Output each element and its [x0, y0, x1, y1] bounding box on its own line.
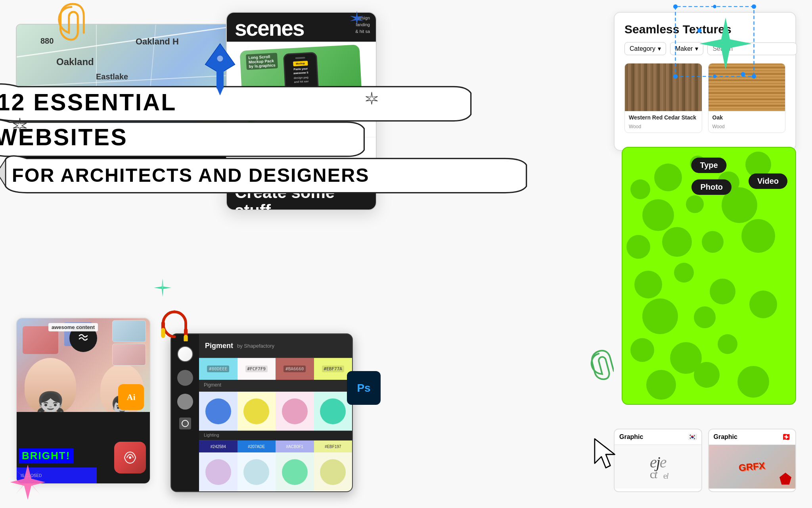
color-swatch-1[interactable]: #80DEEE [199, 358, 237, 380]
photoshop-icon: Ps [347, 371, 381, 405]
bright-label: BRIGHt! [19, 448, 73, 464]
graphic-label-ch: Graphic [714, 433, 737, 441]
category-dropdown[interactable]: Category ▾ [624, 42, 666, 55]
svg-rect-1 [216, 71, 224, 89]
filter-btn-browser[interactable]: Browser [233, 158, 274, 172]
svg-point-9 [713, 5, 716, 8]
color-swatch-4[interactable]: #EBF77A [314, 358, 352, 380]
flag-ch: 🇨🇭 [782, 433, 791, 441]
graphic-label-kr: Graphic [619, 433, 643, 441]
star-deco-small-left [12, 117, 28, 133]
pink-star-deco [4, 462, 52, 502]
color-hex-4[interactable]: #EBF197 [314, 441, 352, 452]
magnet-deco [161, 310, 188, 341]
circle-cell-8[interactable] [314, 452, 352, 491]
pigment-sidebar [171, 334, 199, 491]
graphic-cards-area: Graphic 🇰🇷 eje ct el Graphic 🇨🇭 GRFX [614, 429, 796, 492]
scenes-create-text: Create some stuff [235, 183, 368, 211]
svg-point-5 [673, 4, 678, 9]
content-icon [76, 331, 90, 345]
pigment-section-label: Pigment [199, 380, 352, 392]
color-hex-3[interactable]: #ACB0F1 [276, 441, 314, 452]
texture-oak-type: Wood [709, 124, 785, 133]
svg-point-11 [697, 29, 702, 33]
circle-cell-5[interactable] [199, 452, 237, 491]
svg-marker-2 [216, 87, 224, 96]
scenes-card: designlanding& hit sa scenes Mockup Past… [226, 12, 377, 210]
pigment-colors-top: #80DEEE #FCF7F9 #BA6660 #EBF77A [199, 358, 352, 380]
blob-tag-video: Video [749, 173, 787, 189]
svg-point-3 [217, 56, 223, 62]
scenes-header-text: scenes [235, 19, 368, 38]
ai-icon: Ai [118, 384, 144, 410]
graphic-card-kr[interactable]: Graphic 🇰🇷 eje ct el [614, 429, 702, 492]
color-swatch-2[interactable]: #FCF7F9 [237, 358, 276, 380]
pigment-circles-grid: Pigment Lighting #242584 #207ADE #ACB0F1… [199, 380, 352, 491]
texture-cedar-type: Wood [625, 124, 702, 133]
graphic-card-ch[interactable]: Graphic 🇨🇭 GRFX [708, 429, 797, 492]
corner-deco-top-right [673, 4, 760, 83]
color-hex-1[interactable]: #242584 [199, 441, 237, 452]
pigment-logo: Pigment [205, 342, 233, 350]
circle-cell-6[interactable] [237, 452, 276, 491]
map-label-880: 880 [40, 37, 54, 46]
blob-tag-type: Type [691, 158, 726, 173]
pen-tool-deco [202, 40, 238, 95]
pigment-logo-area: Pigment by Shapefactory [199, 334, 352, 358]
pigment-subtitle: by Shapefactory [237, 343, 274, 349]
svg-point-8 [752, 74, 756, 79]
flag-kr: 🇰🇷 [688, 433, 697, 441]
color-hex-2[interactable]: #207ADE [237, 441, 276, 452]
svg-point-13 [129, 456, 131, 459]
map-label-eas: Eas [29, 124, 44, 134]
color-swatch-3[interactable]: #BA6660 [276, 358, 314, 380]
green-sparkle-deco [153, 278, 172, 298]
circle-cell-4[interactable] [314, 392, 352, 431]
texture-cedar-name: Western Red Cedar Stack [625, 111, 702, 124]
paperclip-deco-top [56, 2, 87, 42]
circle-cell-7[interactable] [276, 452, 314, 491]
blobs-card: Type Photo Video [622, 147, 796, 405]
mosaic-card: 👧 👦 BRIGHt! IS CLOSED Ai [16, 318, 151, 484]
blob-tag-photo: Photo [691, 179, 732, 195]
star-deco-top-right [349, 10, 365, 26]
map-label-eastlake: Eastlake [96, 72, 128, 81]
circle-cell-2[interactable] [237, 392, 276, 431]
svg-point-6 [752, 4, 756, 9]
scenes-small-text: Your design will be wrapped... [272, 122, 330, 127]
circle-cell-3[interactable] [276, 392, 314, 431]
texture-oak-name: Oak [709, 111, 785, 124]
map-label-oakland: Oakland [56, 56, 94, 67]
map-label-oakland-h: Oakland H [136, 37, 179, 47]
paperclip-deco-bottom [590, 349, 614, 381]
pigment-card: Pigment by Shapefactory #80DEEE #FCF7F9 … [170, 333, 353, 492]
filter-btn-display[interactable]: Display XDR [306, 141, 361, 155]
filter-btn-iphone[interactable]: iPhone [233, 141, 270, 155]
awesome-content-label: awesome content [48, 323, 98, 331]
lighting-section-label: Lighting [199, 431, 352, 441]
star-deco-center [365, 91, 379, 105]
svg-point-10 [713, 75, 716, 78]
svg-point-7 [673, 74, 678, 79]
circle-cell-1[interactable] [199, 392, 237, 431]
cursor-deco [590, 437, 622, 472]
filter-btn-ipad[interactable]: iPad [273, 141, 303, 155]
svg-point-12 [741, 72, 745, 77]
spectrum-icon [114, 442, 146, 473]
